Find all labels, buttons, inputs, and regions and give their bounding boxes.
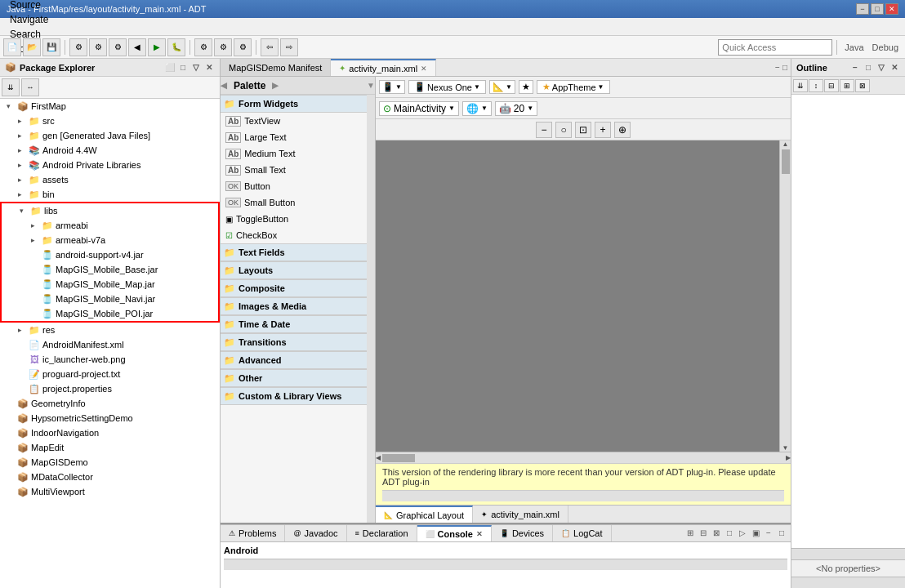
vscroll-up-button[interactable]: ▲ — [782, 140, 789, 148]
tree-item-androidmanifest[interactable]: 📄AndroidManifest.xml — [0, 337, 220, 352]
console-scrollbar[interactable] — [224, 559, 787, 570]
tree-item-geometryinfo[interactable]: 📦GeometryInfo — [0, 396, 220, 411]
palette-section-advanced[interactable]: 📁 Advanced — [221, 351, 367, 369]
theme-icon-btn[interactable]: ★ — [519, 80, 533, 94]
tree-item-mdatacollector[interactable]: 📦MDataCollector — [0, 470, 220, 484]
editor-hscrollbar[interactable]: ◀ ▶ — [376, 452, 791, 463]
palette-item-large-text[interactable]: Ab Large Text — [221, 129, 367, 145]
tree-item-projectprop[interactable]: 📋project.properties — [0, 381, 220, 396]
vscroll-thumb[interactable] — [782, 149, 790, 174]
toolbar-btn-2[interactable]: ⚙ — [89, 38, 107, 56]
tab-javadoc[interactable]: @ Javadoc — [285, 525, 346, 541]
bottom-panel-btn5[interactable]: ▷ — [737, 528, 748, 539]
window-maximize-button[interactable]: □ — [871, 3, 884, 15]
outline-tb-btn3[interactable]: ⊟ — [824, 79, 839, 92]
editor-canvas[interactable] — [376, 140, 779, 452]
tree-item-firstmap[interactable]: ▾📦FirstMap — [0, 99, 220, 114]
tree-item-proguard[interactable]: 📝proguard-project.txt — [0, 367, 220, 381]
palette-section-custom[interactable]: 📁 Custom & Library Views — [221, 387, 367, 405]
package-tree[interactable]: ▾📦FirstMap▸📁src▸📁gen [Generated Java Fil… — [0, 99, 220, 588]
tree-item-multiviewport[interactable]: 📦MultiViewport — [0, 484, 220, 499]
tab-manifest[interactable]: MapGISDemo Manifest — [221, 59, 331, 76]
zoom-in-button[interactable]: + — [595, 122, 611, 138]
palette-item-small-text[interactable]: Ab Small Text — [221, 162, 367, 178]
palette-item-medium-text[interactable]: Ab Medium Text — [221, 145, 367, 162]
toolbar-btn-4[interactable]: ◀ — [128, 38, 146, 56]
outline-tb-btn1[interactable]: ⇊ — [793, 79, 808, 92]
layout-tab-graphical[interactable]: 📐 Graphical Layout — [376, 506, 473, 523]
editor-minimize-button[interactable]: − — [775, 63, 780, 72]
outline-tb-btn2[interactable]: ↕ — [809, 79, 823, 92]
window-minimize-button[interactable]: − — [856, 3, 869, 15]
tab-activitymain-close[interactable]: ✕ — [421, 65, 427, 73]
tree-item-android44w[interactable]: ▸📚Android 4.4W — [0, 143, 220, 158]
tree-item-armeabi[interactable]: ▸📁armeabi — [2, 218, 218, 233]
toolbar-open-button[interactable]: 📂 — [23, 38, 41, 56]
tree-item-src[interactable]: ▸📁src — [0, 114, 220, 128]
palette-section-form-widgets[interactable]: 📁 Form Widgets — [221, 95, 367, 113]
tree-item-gen[interactable]: ▸📁gen [Generated Java Files] — [0, 128, 220, 143]
locale-dropdown[interactable]: 🌐 ▼ — [462, 101, 492, 116]
tree-item-hypsometric[interactable]: 📦HypsometricSettingDemo — [0, 411, 220, 425]
bottom-panel-minimize[interactable]: − — [763, 528, 774, 539]
console-close-icon[interactable]: ✕ — [476, 530, 483, 538]
toolbar-save-button[interactable]: 💾 — [42, 38, 60, 56]
palette-dropdown-arrow[interactable]: ▼ — [367, 81, 375, 90]
palette-section-other[interactable]: 📁 Other — [221, 369, 367, 387]
pe-collapse-all[interactable]: ⇊ — [2, 78, 20, 96]
toolbar-btn-6[interactable]: ⚙ — [214, 38, 232, 56]
tree-item-androidprivate[interactable]: ▸📚Android Private Libraries — [0, 158, 220, 172]
toolbar-btn-5[interactable]: ⚙ — [194, 38, 212, 56]
palette-item-button[interactable]: OK Button — [221, 178, 367, 194]
theme-dropdown[interactable]: ★ AppTheme ▼ — [537, 80, 610, 94]
editor-vscrollbar[interactable]: ▲ ▼ — [779, 140, 791, 452]
toolbar-btn-1[interactable]: ⚙ — [69, 38, 87, 56]
toolbar-btn-3[interactable]: ⚙ — [109, 38, 127, 56]
hscroll-thumb[interactable] — [382, 454, 415, 462]
tree-item-mapgisdemo[interactable]: 📦MapGISDemo — [0, 455, 220, 470]
palette-item-textview[interactable]: Ab TextView — [221, 113, 367, 129]
tab-console[interactable]: ⬜ Console ✕ — [417, 525, 492, 541]
bottom-panel-btn6[interactable]: ▣ — [750, 528, 761, 539]
tree-item-res[interactable]: ▸📁res — [0, 323, 220, 337]
editor-maximize-button[interactable]: □ — [782, 63, 787, 72]
tree-item-mapedit[interactable]: 📦MapEdit — [0, 440, 220, 455]
palette-item-toggle-button[interactable]: ▣ ToggleButton — [221, 211, 367, 227]
toolbar-btn-9[interactable]: ⇨ — [280, 38, 298, 56]
outline-maximize[interactable]: □ — [863, 62, 874, 74]
pe-maximize-button[interactable]: □ — [177, 62, 189, 74]
palette-section-layouts[interactable]: 📁 Layouts — [221, 261, 367, 279]
activity-dropdown[interactable]: ⊙ MainActivity ▼ — [379, 101, 459, 116]
warning-scrollbar[interactable] — [382, 490, 784, 501]
zoom-fit-button[interactable]: ⊡ — [575, 122, 591, 138]
device-dropdown[interactable]: 📱 Nexus One ▼ — [408, 80, 486, 94]
toolbar-btn-7[interactable]: ⚙ — [234, 38, 252, 56]
pe-link-editor[interactable]: ↔ — [21, 78, 39, 96]
vscroll-track[interactable] — [782, 148, 790, 444]
tree-item-mapgis-map[interactable]: 🫙MapGIS_Mobile_Map.jar — [2, 277, 218, 292]
outline-scrollbar[interactable] — [791, 548, 905, 559]
hscroll-track[interactable] — [381, 452, 786, 464]
menu-item-navigate[interactable]: Navigate — [3, 12, 55, 27]
tab-logcat[interactable]: 📋 LogCat — [553, 525, 611, 541]
properties-scrollbar[interactable] — [791, 577, 905, 588]
device-icon-btn[interactable]: 📱 ▼ — [379, 80, 405, 94]
palette-section-composite[interactable]: 📁 Composite — [221, 279, 367, 297]
zoom-reset-button[interactable]: ○ — [555, 122, 572, 138]
palette-scrollbar[interactable] — [367, 95, 375, 523]
tab-declaration[interactable]: ≡ Declaration — [347, 525, 417, 541]
window-close-button[interactable]: ✕ — [885, 3, 898, 15]
tree-item-mapgis-navi[interactable]: 🫙MapGIS_Mobile_Navi.jar — [2, 292, 218, 306]
tree-item-bin[interactable]: ▸📁bin — [0, 187, 220, 202]
tab-problems[interactable]: ⚠ Problems — [221, 525, 285, 541]
outline-menu[interactable]: ▽ — [876, 62, 887, 74]
toolbar-debug-button[interactable]: 🐛 — [167, 38, 185, 56]
tree-item-mapgis-poi[interactable]: 🫙MapGIS_Mobile_POI.jar — [2, 306, 218, 321]
tree-item-assets[interactable]: ▸📁assets — [0, 172, 220, 187]
menu-item-source[interactable]: Source — [3, 0, 55, 12]
bottom-panel-btn3[interactable]: ⊠ — [711, 528, 722, 539]
outline-tb-btn5[interactable]: ⊠ — [855, 79, 870, 92]
tree-item-armeabi-v7a[interactable]: ▸📁armeabi-v7a — [2, 233, 218, 247]
quick-access-input[interactable] — [718, 39, 832, 56]
tree-item-android-support[interactable]: 🫙android-support-v4.jar — [2, 247, 218, 262]
